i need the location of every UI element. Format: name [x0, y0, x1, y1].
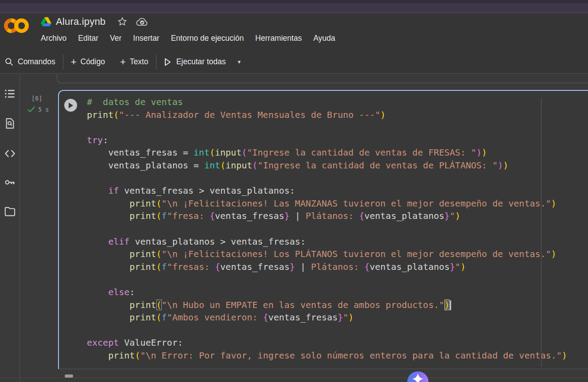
execution-count: [6]: [31, 95, 42, 102]
menu-item-ayuda[interactable]: Ayuda: [313, 34, 335, 43]
menu-item-archivo[interactable]: Archivo: [41, 34, 66, 43]
add-text-button[interactable]: + Texto: [120, 56, 148, 68]
header: Alura.ipynb ArchivoEditarVerInsertarEnto…: [0, 13, 588, 74]
execution-duration: 5 s: [38, 106, 49, 113]
add-code-button[interactable]: + Código: [71, 56, 105, 68]
code-line[interactable]: [87, 324, 588, 337]
play-icon: [67, 102, 74, 109]
run-all-icon: [164, 58, 171, 66]
files-folder-icon[interactable]: [4, 206, 16, 218]
code-line[interactable]: elif ventas_platanos > ventas_fresas:: [87, 235, 588, 248]
browser-top-strip: [0, 0, 588, 13]
toolbar-divider: [63, 55, 63, 70]
menu-bar: ArchivoEditarVerInsertarEntorno de ejecu…: [41, 34, 335, 43]
gemini-spark-button[interactable]: [407, 371, 428, 382]
menu-item-entorno-de-ejecuci-n[interactable]: Entorno de ejecución: [171, 34, 244, 43]
star-icon[interactable]: [117, 16, 128, 27]
menu-item-editar[interactable]: Editar: [78, 34, 98, 43]
add-code-label: Código: [81, 57, 105, 66]
menu-item-herramientas[interactable]: Herramientas: [255, 34, 302, 43]
google-drive-icon: [41, 17, 51, 27]
commands-button[interactable]: Comandos: [4, 57, 55, 66]
run-all-label: Ejecutar todas: [176, 57, 226, 66]
run-cell-button[interactable]: [64, 99, 77, 112]
colab-logo-icon[interactable]: [4, 17, 29, 35]
execution-status: 5 s: [27, 106, 49, 113]
table-of-contents-icon[interactable]: [4, 88, 16, 100]
menu-item-insertar[interactable]: Insertar: [133, 34, 159, 43]
code-line[interactable]: print(f"fresas: {ventas_fresas} | Plátan…: [87, 261, 588, 273]
code-line[interactable]: print(f"fresa: {ventas_fresas} | Plátano…: [87, 210, 588, 222]
code-line[interactable]: ventas_fresas = int(input("Ingrese la ca…: [87, 146, 588, 159]
commands-label: Comandos: [18, 57, 55, 66]
code-line[interactable]: [87, 273, 588, 286]
check-icon: [27, 106, 35, 113]
spark-icon: [411, 372, 424, 382]
code-line[interactable]: print(f"Ambos vendieron: {ventas_fresas}…: [87, 311, 588, 324]
code-line[interactable]: print("\n ¡Felicitaciones! Los PLÁTANOS …: [87, 248, 588, 261]
code-line[interactable]: else:: [87, 286, 588, 299]
editor-ruler: [541, 98, 541, 367]
code-line[interactable]: except ValueError:: [87, 336, 588, 349]
plus-icon: +: [71, 56, 77, 68]
code-editor[interactable]: # datos de ventasprint("--- Analizador d…: [87, 96, 588, 369]
chevron-down-icon[interactable]: ▾: [238, 58, 241, 65]
code-line[interactable]: ventas_platanos = int(input("Ingrese la …: [87, 159, 588, 172]
code-line[interactable]: [87, 121, 588, 134]
code-snippets-icon[interactable]: [4, 148, 16, 160]
code-line[interactable]: print("\n ¡Felicitaciones! Las MANZANAS …: [87, 197, 588, 210]
code-lines: # datos de ventasprint("--- Analizador d…: [87, 96, 588, 362]
cloud-saved-icon[interactable]: [136, 16, 149, 27]
code-line[interactable]: print("\n Hubo un EMPATE en las ventas d…: [87, 299, 588, 312]
code-cell[interactable]: # datos de ventasprint("--- Analizador d…: [58, 90, 588, 369]
code-line[interactable]: [87, 172, 588, 185]
left-sidebar-rail: [0, 74, 20, 382]
horizontal-scrollbar-thumb[interactable]: [65, 374, 73, 378]
toolbar-divider: [156, 55, 156, 70]
secrets-key-icon[interactable]: [4, 176, 16, 188]
code-line[interactable]: if ventas_fresas > ventas_platanos:: [87, 184, 588, 197]
notebook-toolbar: Comandos + Código + Texto Ejecutar todas…: [0, 50, 588, 74]
code-line[interactable]: try:: [87, 134, 588, 147]
code-line[interactable]: [87, 222, 588, 235]
add-text-label: Texto: [130, 57, 148, 66]
code-line[interactable]: print("--- Analizador de Ventas Mensuale…: [87, 109, 588, 121]
plus-icon: +: [120, 56, 126, 68]
code-line[interactable]: print("\n Error: Por favor, ingrese solo…: [87, 349, 588, 362]
notebook-title[interactable]: Alura.ipynb: [56, 16, 105, 27]
run-all-button[interactable]: Ejecutar todas ▾: [164, 57, 241, 66]
find-replace-icon[interactable]: [4, 117, 16, 129]
search-icon: [4, 57, 14, 66]
bottom-divider: [0, 378, 588, 378]
menu-item-ver[interactable]: Ver: [110, 34, 121, 43]
previous-cell-bottom-edge[interactable]: [57, 74, 588, 83]
code-line[interactable]: # datos de ventas: [87, 96, 588, 109]
